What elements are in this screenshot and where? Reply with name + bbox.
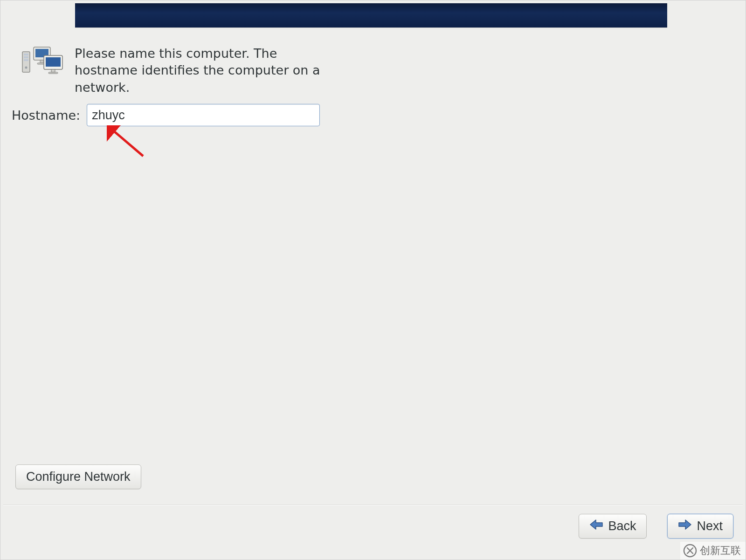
next-label: Next xyxy=(697,519,723,533)
arrow-left-icon xyxy=(589,519,603,533)
svg-line-13 xyxy=(111,129,143,156)
watermark-text: 创新互联 xyxy=(700,544,741,558)
configure-network-label: Configure Network xyxy=(26,470,131,484)
hostname-label: Hostname: xyxy=(12,108,80,123)
svg-rect-12 xyxy=(48,72,58,74)
intro-row: Please name this computer. The hostname … xyxy=(21,45,326,96)
watermark: 创新互联 xyxy=(680,542,746,560)
hostname-input[interactable] xyxy=(87,104,320,126)
hostname-row: Hostname: xyxy=(12,104,320,126)
header-banner xyxy=(75,3,667,27)
annotation-arrow-icon xyxy=(107,125,149,163)
svg-rect-2 xyxy=(24,56,28,58)
configure-network-button[interactable]: Configure Network xyxy=(15,464,141,489)
svg-rect-10 xyxy=(46,57,61,67)
installer-window: Please name this computer. The hostname … xyxy=(0,0,746,560)
footer-buttons: Back Next xyxy=(579,514,733,539)
watermark-logo-icon xyxy=(683,544,697,558)
svg-point-4 xyxy=(25,67,28,69)
next-button[interactable]: Next xyxy=(667,514,733,539)
intro-text: Please name this computer. The hostname … xyxy=(75,45,326,96)
computers-network-icon xyxy=(21,45,64,76)
arrow-right-icon xyxy=(678,519,692,533)
svg-rect-1 xyxy=(24,54,28,55)
back-label: Back xyxy=(608,519,636,533)
footer-divider xyxy=(3,505,743,505)
svg-rect-7 xyxy=(40,60,44,63)
back-button[interactable]: Back xyxy=(579,514,647,539)
svg-rect-11 xyxy=(51,69,55,72)
svg-rect-3 xyxy=(24,59,28,61)
